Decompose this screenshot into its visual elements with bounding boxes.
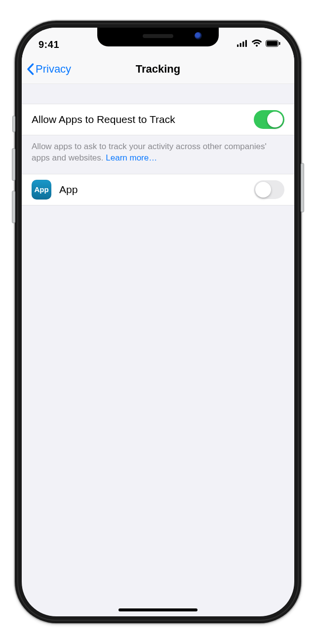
content: Allow Apps to Request to Track Allow app… — [22, 84, 294, 616]
learn-more-link[interactable]: Learn more… — [106, 153, 157, 162]
app-list: AppApp — [22, 174, 294, 205]
volume-down-button — [12, 191, 15, 223]
svg-rect-0 — [237, 44, 238, 47]
home-indicator — [118, 608, 198, 611]
nav-bar: Privacy Tracking — [22, 54, 294, 84]
back-label: Privacy — [36, 63, 71, 76]
back-button[interactable]: Privacy — [27, 54, 71, 83]
front-camera — [195, 32, 202, 40]
row-allow-tracking[interactable]: Allow Apps to Request to Track — [22, 104, 294, 135]
notch — [97, 28, 219, 46]
app-name: App — [59, 184, 254, 196]
row-app[interactable]: AppApp — [22, 174, 294, 205]
toggle-app[interactable] — [254, 180, 284, 199]
page-title: Tracking — [136, 63, 180, 76]
status-time: 9:41 — [39, 39, 59, 50]
svg-rect-5 — [267, 41, 277, 46]
status-right — [237, 40, 280, 49]
screen: 9:41 Pri — [22, 28, 294, 616]
section-caption: Allow apps to ask to track your activity… — [22, 135, 294, 174]
toggle-allow-tracking[interactable] — [254, 110, 284, 129]
chevron-left-icon — [27, 63, 35, 75]
battery-icon — [266, 40, 280, 49]
section-spacer — [22, 84, 294, 104]
svg-rect-6 — [279, 42, 280, 45]
volume-up-button — [12, 148, 15, 181]
app-icon: App — [32, 180, 51, 200]
svg-rect-1 — [240, 43, 241, 47]
cellular-icon — [237, 40, 248, 49]
svg-rect-2 — [242, 41, 244, 47]
power-button — [301, 163, 304, 212]
wifi-icon — [251, 40, 262, 49]
speaker-grille — [143, 34, 173, 38]
phone-frame: 9:41 Pri — [15, 21, 301, 623]
svg-rect-3 — [245, 40, 247, 47]
mute-switch — [12, 116, 15, 132]
row-label: Allow Apps to Request to Track — [32, 114, 254, 125]
